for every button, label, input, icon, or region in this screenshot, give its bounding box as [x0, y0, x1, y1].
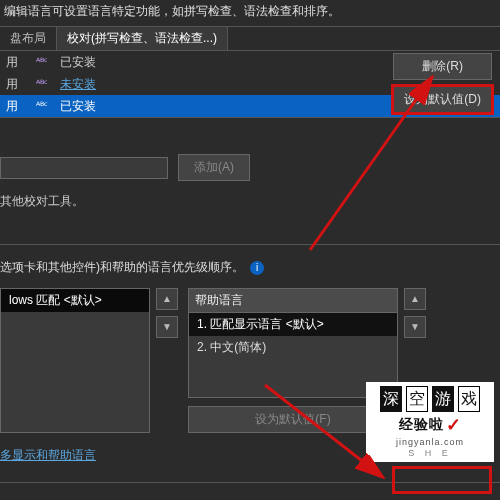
list-item[interactable]: 2. 中文(简体) [189, 336, 397, 359]
move-up-button[interactable]: ▲ [404, 288, 426, 310]
tab-layout[interactable]: 盘布局 [0, 27, 57, 50]
svg-text:ᴬᴮᶜ: ᴬᴮᶜ [36, 100, 48, 111]
help-language-header: 帮助语言 [189, 289, 397, 313]
priority-text: 选项卡和其他控件)和帮助的语言优先级顺序。 [0, 259, 244, 276]
logo-sub: 经验啦✓ [399, 414, 462, 436]
enable-cell: 用 [6, 76, 30, 93]
annotation-arrow-icon [260, 380, 400, 490]
enable-cell: 用 [6, 54, 30, 71]
more-languages-link[interactable]: 多显示和帮助语言 [0, 433, 96, 464]
checkmark-icon: ✓ [446, 414, 462, 436]
logo-shen: S H E [408, 448, 452, 458]
logo-char: 戏 [458, 386, 480, 412]
move-up-button[interactable]: ▲ [156, 288, 178, 310]
info-icon[interactable]: i [250, 261, 264, 275]
move-down-button[interactable]: ▼ [404, 316, 426, 338]
svg-line-4 [265, 385, 380, 475]
bottom-highlight [392, 466, 492, 494]
header-description: 编辑语言可设置语言特定功能，如拼写检查、语法检查和排序。 [0, 0, 500, 26]
language-select[interactable] [0, 157, 168, 179]
left-arrows: ▲ ▼ [156, 288, 178, 433]
abc-icon: ᴬᴮᶜ [30, 54, 60, 71]
abc-icon: ᴬᴮᶜ [30, 76, 60, 93]
list-item[interactable]: 1. 匹配显示语言 <默认> [189, 313, 397, 336]
svg-text:ᴬᴮᶜ: ᴬᴮᶜ [36, 56, 48, 67]
left-pane: lows 匹配 <默认> ▲ ▼ [0, 288, 178, 433]
add-button[interactable]: 添加(A) [178, 154, 250, 181]
logo-char: 游 [432, 386, 454, 412]
annotation-arrow-icon [300, 70, 450, 260]
tab-proofing[interactable]: 校对(拼写检查、语法检查...) [57, 27, 228, 50]
logo-url: jingyanla.com [396, 437, 464, 447]
abc-icon: ᴬᴮᶜ [30, 98, 60, 115]
list-item[interactable]: lows 匹配 <默认> [1, 289, 149, 312]
tab-row: 盘布局 校对(拼写检查、语法检查...) [0, 26, 500, 51]
logo-char: 空 [406, 386, 428, 412]
display-language-list[interactable]: lows 匹配 <默认> [0, 288, 150, 433]
move-down-button[interactable]: ▼ [156, 316, 178, 338]
svg-text:ᴬᴮᶜ: ᴬᴮᶜ [36, 78, 48, 89]
svg-line-3 [310, 80, 430, 250]
enable-cell: 用 [6, 98, 30, 115]
